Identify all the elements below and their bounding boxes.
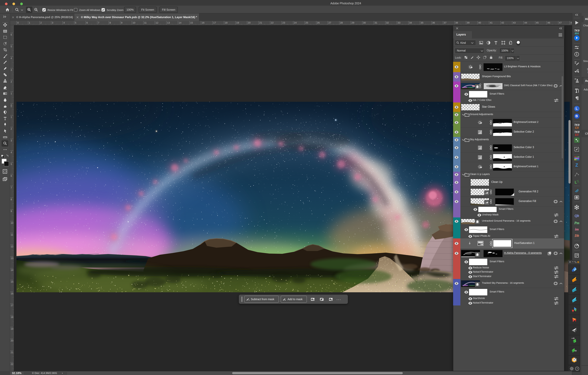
svg-text:Z: Z <box>575 162 578 168</box>
svg-text:?: ? <box>577 367 578 370</box>
svg-text:L: L <box>575 180 577 184</box>
